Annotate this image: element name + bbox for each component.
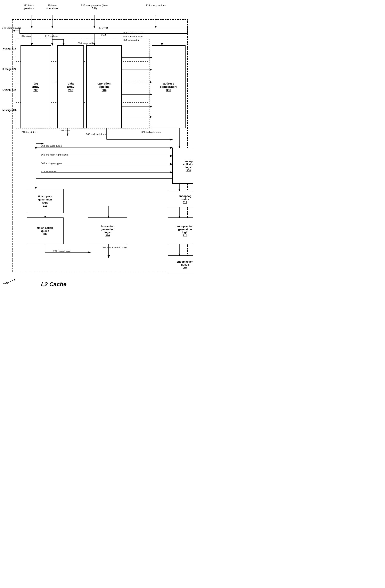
snoop-action-queue-box: snoop actionqueue 204 bbox=[168, 255, 193, 274]
label-368: 368 arb'ing op types bbox=[41, 162, 62, 165]
stage-j-label: J-stage 322 bbox=[2, 47, 16, 50]
corner-label: 106 bbox=[3, 281, 8, 284]
label-364: 364 operation types bbox=[41, 145, 62, 147]
svg-point-30 bbox=[35, 147, 37, 148]
snoop-action-gen-box: snoop actiongenerationlogic 314 bbox=[168, 217, 193, 244]
snoop-tag-status-box: snoop tagstatus 312 bbox=[168, 191, 193, 207]
label-344: 344 data bbox=[21, 35, 31, 37]
label-finish-ops: 332 finish operations bbox=[19, 4, 39, 10]
svg-line-44 bbox=[7, 279, 15, 283]
stage-k-label: K-stage 324 bbox=[2, 68, 16, 71]
label-362: 362 in-flight status bbox=[141, 131, 160, 133]
op-pipeline-box: operationpipeline 304 bbox=[86, 45, 122, 128]
page-title: L2 Cache bbox=[41, 281, 67, 288]
finish-action-queue-box: finish actionqueue 382 bbox=[27, 217, 64, 244]
label-216: 216 tag status bbox=[21, 131, 36, 133]
snoop-collision-box: snoopcollisionlogic 308 bbox=[172, 148, 193, 184]
bus-action-gen-box: bus actiongenerationlogic 316 bbox=[88, 217, 127, 244]
tag-array-box: tagarray 206 bbox=[20, 45, 51, 128]
diagram: 332 finish operations 334 new operations… bbox=[0, 0, 193, 294]
label-356: 356 stage addrs bbox=[78, 42, 95, 44]
finish-pass-gen-box: finish passgenerationlogic 318 bbox=[27, 189, 64, 213]
label-snoop-actions: 338 snoop actions bbox=[146, 4, 166, 7]
label-new-ops: 334 new operations bbox=[43, 4, 61, 10]
label-218: 218 data bbox=[60, 129, 70, 132]
label-342: 342 update status bbox=[2, 27, 21, 29]
addr-comparators-box: addresscomparators 306 bbox=[152, 45, 186, 128]
label-202: 202 control logic bbox=[53, 250, 71, 252]
label-212: 212 address bbox=[45, 35, 58, 37]
label-366: 366 arb'ing in-flight status bbox=[41, 153, 68, 156]
label-372: 372 victim valid bbox=[41, 170, 57, 173]
label-374: 374 bus action (to BIU) bbox=[102, 246, 127, 249]
arrows-svg bbox=[0, 0, 193, 294]
stage-m-label: M-stage 328 bbox=[2, 109, 17, 112]
label-348: 348 addr collisions bbox=[86, 133, 106, 135]
label-346: 346 operation type bbox=[123, 35, 142, 38]
label-352: 352 arb'ing op addrs bbox=[123, 32, 164, 34]
stage-l-label: L-stage 326 bbox=[2, 88, 16, 91]
label-354: 354 victim addr bbox=[123, 39, 139, 41]
data-array-box: dataarray 208 bbox=[58, 45, 84, 128]
label-snoop-queries: 336 snoop queries (from BIU) bbox=[80, 4, 109, 10]
